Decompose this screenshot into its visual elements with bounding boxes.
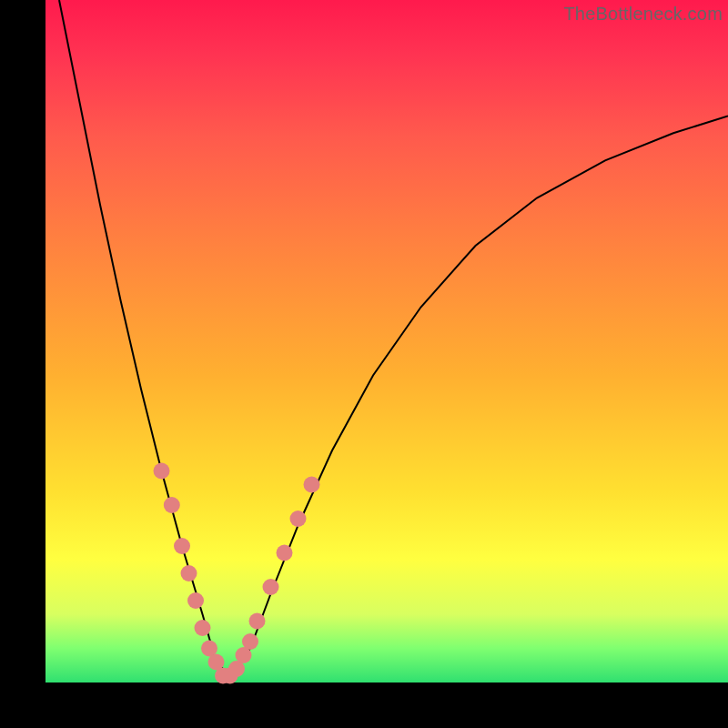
curve-marker — [164, 497, 180, 513]
curve-marker — [187, 592, 204, 609]
curve-marker — [263, 579, 279, 595]
curve-marker — [242, 633, 258, 650]
chart-frame: TheBottleneck.com — [0, 0, 728, 728]
curve-marker — [181, 565, 197, 581]
curve-svg — [46, 0, 728, 682]
curve-marker — [154, 463, 170, 480]
curve-marker — [195, 620, 211, 636]
bottleneck-curve — [59, 0, 728, 676]
curve-marker — [249, 613, 266, 630]
curve-marker — [304, 477, 320, 493]
curve-marker — [290, 511, 307, 527]
plot-area: TheBottleneck.com — [46, 0, 728, 682]
curve-marker — [277, 545, 293, 561]
curve-marker — [174, 538, 190, 554]
curve-markers — [154, 463, 320, 684]
